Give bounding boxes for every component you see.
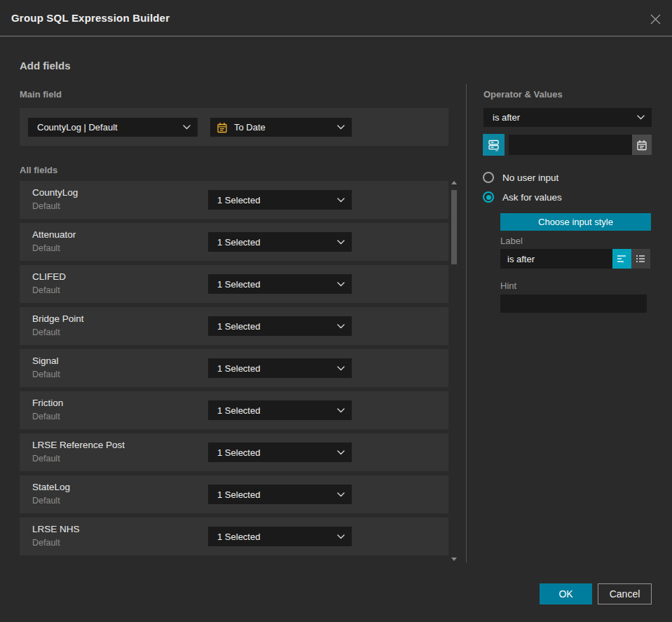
all-fields-list: CountyLog Default 1 Selected Attenuator …	[20, 181, 448, 560]
chevron-down-icon	[183, 125, 191, 130]
field-row: Friction Default 1 Selected	[20, 391, 448, 429]
field-selected-dropdown[interactable]: 1 Selected	[208, 400, 352, 420]
radio-no-user-input-label: No user input	[502, 173, 558, 183]
field-subtitle: Default	[32, 243, 60, 253]
field-row: Attenuator Default 1 Selected	[20, 223, 448, 261]
field-name: CountyLog	[32, 187, 78, 198]
field-selected-dropdown[interactable]: 1 Selected	[208, 274, 352, 294]
field-row: LRSE NHS Default 1 Selected	[20, 518, 448, 555]
field-selected-dropdown-label: 1 Selected	[217, 321, 260, 332]
single-line-style-toggle[interactable]	[612, 249, 631, 269]
field-selected-dropdown[interactable]: 1 Selected	[208, 442, 352, 462]
field-subtitle: Default	[32, 412, 60, 421]
date-picker-button[interactable]	[632, 135, 652, 155]
dialog-header: Group SQL Expression Builder	[0, 0, 672, 36]
chevron-down-icon	[337, 366, 345, 371]
calendar-icon	[636, 140, 647, 151]
chevron-down-icon	[337, 408, 345, 413]
chevron-down-icon	[337, 492, 345, 497]
field-row: Signal Default 1 Selected	[20, 349, 448, 387]
field-subtitle: Default	[32, 538, 60, 548]
bulleted-list-icon	[636, 254, 646, 264]
label-caption: Label	[500, 236, 523, 246]
field-name: LRSE Reference Post	[32, 440, 125, 450]
scrollbar-up-arrow-icon[interactable]	[451, 181, 457, 184]
choose-input-style-button[interactable]: Choose input style	[500, 213, 651, 231]
chevron-down-icon	[337, 125, 345, 130]
close-icon	[650, 13, 661, 25]
field-selected-dropdown[interactable]: 1 Selected	[208, 190, 352, 210]
field-name: Bridge Point	[32, 313, 84, 324]
field-selected-dropdown-label: 1 Selected	[217, 532, 260, 542]
field-selected-dropdown[interactable]: 1 Selected	[208, 358, 352, 378]
field-row: CountyLog Default 1 Selected	[20, 181, 448, 219]
scrollbar-thumb[interactable]	[451, 190, 457, 264]
label-input[interactable]	[500, 249, 612, 269]
main-field-panel: CountyLog | Default To Date	[20, 108, 448, 146]
field-selected-dropdown-label: 1 Selected	[217, 489, 260, 500]
field-name: Attenuator	[32, 229, 76, 240]
scrollbar-down-arrow-icon[interactable]	[451, 557, 457, 561]
ok-button[interactable]: OK	[540, 583, 592, 604]
date-part-select-value: To Date	[234, 122, 266, 133]
set-values-from-data-button[interactable]	[483, 134, 505, 156]
field-subtitle: Default	[32, 327, 60, 337]
add-fields-heading: Add fields	[20, 60, 71, 72]
radio-unselected-icon[interactable]	[483, 172, 494, 183]
field-selected-dropdown[interactable]: 1 Selected	[208, 316, 352, 336]
operator-select[interactable]: is after	[484, 108, 652, 127]
date-value-input[interactable]	[509, 135, 652, 155]
field-subtitle: Default	[32, 370, 60, 379]
field-selected-dropdown-label: 1 Selected	[217, 237, 260, 248]
field-row: LRSE Reference Post Default 1 Selected	[20, 433, 448, 471]
chevron-down-icon	[337, 282, 345, 287]
main-field-select[interactable]: CountyLog | Default	[28, 118, 198, 137]
dialog-title: Group SQL Expression Builder	[11, 12, 170, 24]
field-selected-dropdown[interactable]: 1 Selected	[208, 527, 352, 546]
field-row: Bridge Point Default 1 Selected	[20, 307, 448, 345]
chevron-down-icon	[337, 534, 345, 539]
values-list-icon	[487, 138, 501, 152]
field-selected-dropdown[interactable]: 1 Selected	[208, 232, 352, 252]
date-value-field-wrap	[509, 135, 652, 155]
date-part-select[interactable]: To Date	[210, 118, 352, 137]
radio-selected-icon[interactable]	[483, 191, 494, 203]
calendar-icon	[217, 122, 228, 133]
align-left-icon	[617, 254, 627, 264]
hint-caption: Hint	[500, 280, 516, 291]
field-selected-dropdown-label: 1 Selected	[217, 363, 260, 374]
field-subtitle: Default	[32, 201, 60, 211]
list-style-toggle[interactable]	[631, 249, 650, 269]
close-button[interactable]	[648, 12, 662, 26]
radio-ask-for-values[interactable]: Ask for values	[483, 191, 562, 203]
field-row: CLIFED Default 1 Selected	[20, 265, 448, 303]
field-name: Friction	[32, 398, 63, 408]
chevron-down-icon	[337, 324, 345, 329]
group-sql-expression-builder-dialog: Group SQL Expression Builder Add fields …	[0, 0, 672, 622]
operator-values-heading: Operator & Values	[484, 89, 563, 100]
cancel-button[interactable]: Cancel	[598, 583, 652, 604]
chevron-down-icon	[637, 115, 645, 120]
field-name: LRSE NHS	[32, 524, 80, 534]
fields-list-scrollbar[interactable]	[451, 180, 457, 562]
field-selected-dropdown-label: 1 Selected	[217, 405, 260, 416]
field-selected-dropdown-label: 1 Selected	[217, 279, 260, 290]
field-name: CLIFED	[32, 271, 66, 282]
vertical-divider	[466, 84, 467, 562]
field-selected-dropdown[interactable]: 1 Selected	[208, 485, 352, 504]
operator-select-value: is after	[493, 112, 520, 123]
main-field-select-value: CountyLog | Default	[37, 122, 118, 133]
radio-ask-for-values-label: Ask for values	[502, 192, 562, 203]
field-subtitle: Default	[32, 496, 60, 506]
all-fields-label: All fields	[20, 165, 57, 175]
input-style-toggle-group	[612, 249, 650, 269]
main-field-label: Main field	[20, 89, 62, 100]
chevron-down-icon	[337, 240, 345, 245]
field-name: StateLog	[32, 482, 70, 492]
hint-input[interactable]	[500, 295, 647, 313]
field-subtitle: Default	[32, 454, 60, 464]
field-name: Signal	[32, 356, 59, 366]
chevron-down-icon	[337, 450, 345, 455]
radio-no-user-input[interactable]: No user input	[483, 172, 558, 183]
field-selected-dropdown-label: 1 Selected	[217, 447, 260, 458]
